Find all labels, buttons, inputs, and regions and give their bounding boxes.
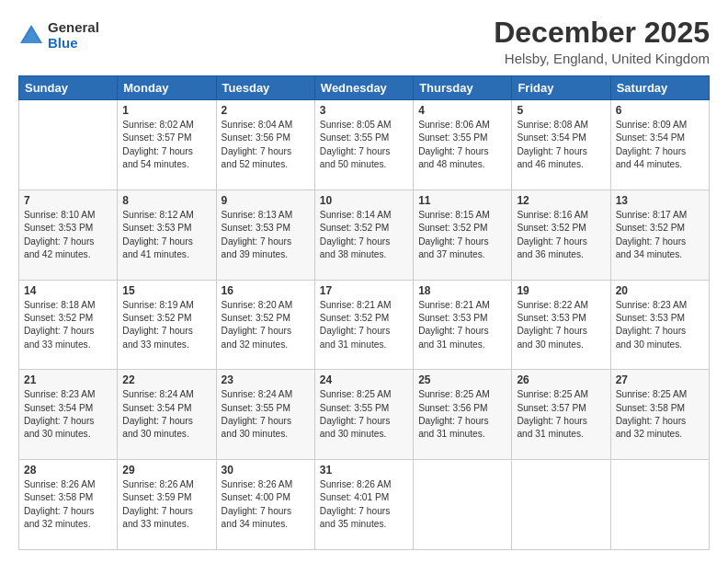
day-number: 2: [222, 104, 310, 117]
day-info: Sunrise: 8:10 AMSunset: 3:53 PMDaylight:…: [24, 209, 112, 261]
day-info: Sunrise: 8:25 AMSunset: 3:55 PMDaylight:…: [320, 388, 408, 441]
table-row: [414, 460, 512, 550]
table-row: 20Sunrise: 8:23 AMSunset: 3:53 PMDayligh…: [610, 280, 709, 370]
header: General Blue December 2025 Helsby, Engla…: [18, 17, 710, 66]
col-sunday: Sunday: [19, 76, 118, 100]
title-block: December 2025 Helsby, England, United Ki…: [494, 17, 710, 66]
table-row: 5Sunrise: 8:08 AMSunset: 3:54 PMDaylight…: [512, 100, 610, 190]
table-row: 23Sunrise: 8:24 AMSunset: 3:55 PMDayligh…: [216, 370, 314, 460]
table-row: 7Sunrise: 8:10 AMSunset: 3:53 PMDaylight…: [19, 190, 118, 280]
day-info: Sunrise: 8:24 AMSunset: 3:55 PMDaylight:…: [222, 388, 310, 441]
table-row: 14Sunrise: 8:18 AMSunset: 3:52 PMDayligh…: [19, 280, 118, 370]
table-row: 17Sunrise: 8:21 AMSunset: 3:52 PMDayligh…: [314, 280, 413, 370]
day-number: 31: [320, 464, 408, 477]
day-number: 9: [222, 194, 310, 207]
day-info: Sunrise: 8:13 AMSunset: 3:53 PMDaylight:…: [222, 209, 310, 261]
day-info: Sunrise: 8:02 AMSunset: 3:57 PMDaylight:…: [122, 119, 210, 171]
col-monday: Monday: [118, 76, 216, 100]
col-thursday: Thursday: [414, 76, 512, 100]
calendar-week-row: 14Sunrise: 8:18 AMSunset: 3:52 PMDayligh…: [19, 280, 710, 370]
table-row: 18Sunrise: 8:21 AMSunset: 3:53 PMDayligh…: [414, 280, 512, 370]
day-number: 4: [418, 104, 506, 117]
table-row: 2Sunrise: 8:04 AMSunset: 3:56 PMDaylight…: [216, 100, 314, 190]
day-number: 24: [320, 373, 408, 386]
table-row: 29Sunrise: 8:26 AMSunset: 3:59 PMDayligh…: [118, 460, 216, 550]
table-row: 24Sunrise: 8:25 AMSunset: 3:55 PMDayligh…: [314, 370, 413, 460]
day-info: Sunrise: 8:20 AMSunset: 3:52 PMDaylight:…: [222, 299, 310, 351]
day-info: Sunrise: 8:04 AMSunset: 3:56 PMDaylight:…: [222, 119, 310, 171]
calendar-body: 1Sunrise: 8:02 AMSunset: 3:57 PMDaylight…: [19, 100, 710, 550]
day-number: 27: [616, 373, 704, 386]
day-info: Sunrise: 8:15 AMSunset: 3:52 PMDaylight:…: [418, 209, 506, 261]
day-number: 22: [122, 373, 210, 386]
table-row: 13Sunrise: 8:17 AMSunset: 3:52 PMDayligh…: [610, 190, 709, 280]
day-info: Sunrise: 8:08 AMSunset: 3:54 PMDaylight:…: [517, 119, 605, 171]
calendar-week-row: 1Sunrise: 8:02 AMSunset: 3:57 PMDaylight…: [19, 100, 710, 190]
table-row: 1Sunrise: 8:02 AMSunset: 3:57 PMDaylight…: [118, 100, 216, 190]
day-info: Sunrise: 8:25 AMSunset: 3:58 PMDaylight:…: [616, 388, 704, 441]
day-info: Sunrise: 8:26 AMSunset: 3:58 PMDaylight:…: [24, 478, 112, 531]
day-number: 3: [320, 104, 408, 117]
table-row: 16Sunrise: 8:20 AMSunset: 3:52 PMDayligh…: [216, 280, 314, 370]
day-number: 15: [122, 284, 210, 297]
table-row: 6Sunrise: 8:09 AMSunset: 3:54 PMDaylight…: [610, 100, 709, 190]
day-info: Sunrise: 8:18 AMSunset: 3:52 PMDaylight:…: [24, 299, 112, 351]
table-row: 22Sunrise: 8:24 AMSunset: 3:54 PMDayligh…: [118, 370, 216, 460]
table-row: 10Sunrise: 8:14 AMSunset: 3:52 PMDayligh…: [314, 190, 413, 280]
table-row: 27Sunrise: 8:25 AMSunset: 3:58 PMDayligh…: [610, 370, 709, 460]
calendar-week-row: 21Sunrise: 8:23 AMSunset: 3:54 PMDayligh…: [19, 370, 710, 460]
calendar-week-row: 28Sunrise: 8:26 AMSunset: 3:58 PMDayligh…: [19, 460, 710, 550]
day-info: Sunrise: 8:14 AMSunset: 3:52 PMDaylight:…: [320, 209, 408, 261]
table-row: 15Sunrise: 8:19 AMSunset: 3:52 PMDayligh…: [118, 280, 216, 370]
col-friday: Friday: [512, 76, 610, 100]
table-row: 21Sunrise: 8:23 AMSunset: 3:54 PMDayligh…: [19, 370, 118, 460]
day-number: 30: [222, 464, 310, 477]
day-info: Sunrise: 8:19 AMSunset: 3:52 PMDaylight:…: [122, 299, 210, 351]
day-number: 25: [418, 373, 506, 386]
day-info: Sunrise: 8:09 AMSunset: 3:54 PMDaylight:…: [616, 119, 704, 171]
calendar-table: Sunday Monday Tuesday Wednesday Thursday…: [18, 75, 710, 550]
day-number: 17: [320, 284, 408, 297]
table-row: 8Sunrise: 8:12 AMSunset: 3:53 PMDaylight…: [118, 190, 216, 280]
logo-blue-text: Blue: [48, 36, 99, 52]
table-row: 25Sunrise: 8:25 AMSunset: 3:56 PMDayligh…: [414, 370, 512, 460]
day-number: 13: [616, 194, 704, 207]
day-number: 1: [122, 104, 210, 117]
day-info: Sunrise: 8:12 AMSunset: 3:53 PMDaylight:…: [122, 209, 210, 261]
table-row: 28Sunrise: 8:26 AMSunset: 3:58 PMDayligh…: [19, 460, 118, 550]
day-number: 8: [122, 194, 210, 207]
day-info: Sunrise: 8:24 AMSunset: 3:54 PMDaylight:…: [122, 388, 210, 441]
day-number: 14: [24, 284, 112, 297]
page: General Blue December 2025 Helsby, Engla…: [0, 0, 728, 563]
table-row: 4Sunrise: 8:06 AMSunset: 3:55 PMDaylight…: [414, 100, 512, 190]
table-row: 26Sunrise: 8:25 AMSunset: 3:57 PMDayligh…: [512, 370, 610, 460]
day-number: 21: [24, 373, 112, 386]
col-tuesday: Tuesday: [216, 76, 314, 100]
calendar-header-row: Sunday Monday Tuesday Wednesday Thursday…: [19, 76, 710, 100]
day-number: 29: [122, 464, 210, 477]
logo: General Blue: [18, 20, 99, 51]
day-info: Sunrise: 8:26 AMSunset: 4:00 PMDaylight:…: [222, 478, 310, 531]
table-row: 11Sunrise: 8:15 AMSunset: 3:52 PMDayligh…: [414, 190, 512, 280]
day-info: Sunrise: 8:23 AMSunset: 3:53 PMDaylight:…: [616, 299, 704, 351]
table-row: [19, 100, 118, 190]
day-number: 28: [24, 464, 112, 477]
table-row: [610, 460, 709, 550]
calendar-week-row: 7Sunrise: 8:10 AMSunset: 3:53 PMDaylight…: [19, 190, 710, 280]
day-number: 10: [320, 194, 408, 207]
day-number: 6: [616, 104, 704, 117]
main-title: December 2025: [494, 17, 710, 49]
day-info: Sunrise: 8:21 AMSunset: 3:52 PMDaylight:…: [320, 299, 408, 351]
day-number: 19: [517, 284, 605, 297]
day-number: 18: [418, 284, 506, 297]
logo-text: General Blue: [48, 20, 99, 51]
day-info: Sunrise: 8:21 AMSunset: 3:53 PMDaylight:…: [418, 299, 506, 351]
table-row: 12Sunrise: 8:16 AMSunset: 3:52 PMDayligh…: [512, 190, 610, 280]
logo-icon: [18, 23, 44, 49]
day-number: 20: [616, 284, 704, 297]
day-number: 12: [517, 194, 605, 207]
day-number: 26: [517, 373, 605, 386]
table-row: 30Sunrise: 8:26 AMSunset: 4:00 PMDayligh…: [216, 460, 314, 550]
day-number: 7: [24, 194, 112, 207]
table-row: 31Sunrise: 8:26 AMSunset: 4:01 PMDayligh…: [314, 460, 413, 550]
